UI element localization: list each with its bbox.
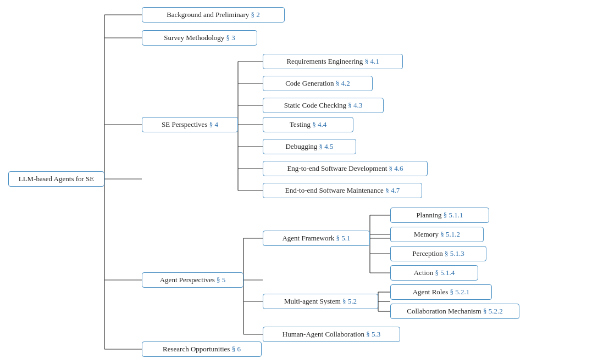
- multi-node: Multi-agent System § 5.2: [263, 294, 378, 309]
- action-node: Action § 5.1.4: [390, 265, 478, 281]
- req-node: Requirements Engineering § 4.1: [263, 54, 403, 69]
- se-node: SE Perspectives § 4: [142, 117, 238, 132]
- collab-node: Collaboration Mechanism § 5.2.2: [390, 304, 519, 319]
- human-node: Human-Agent Collaboration § 5.3: [263, 327, 400, 342]
- root-node: LLM-based Agents for SE: [8, 171, 104, 187]
- roles-node: Agent Roles § 5.2.1: [390, 284, 492, 300]
- debug-node: Debugging § 4.5: [263, 139, 356, 154]
- testing-node: Testing § 4.4: [263, 117, 353, 132]
- codegen-node: Code Generation § 4.2: [263, 76, 373, 91]
- framework-node: Agent Framework § 5.1: [263, 231, 370, 246]
- static-node: Static Code Checking § 4.3: [263, 98, 384, 113]
- agent-node: Agent Perspectives § 5: [142, 272, 243, 288]
- research-node: Research Opportunities § 6: [142, 341, 262, 357]
- e2edev-node: Eng-to-end Software Development § 4.6: [263, 161, 428, 176]
- planning-node: Planning § 5.1.1: [390, 208, 489, 223]
- bg-node: Background and Preliminary § 2: [142, 7, 285, 23]
- perception-node: Perception § 5.1.3: [390, 246, 486, 261]
- survey-node: Survey Methodology § 3: [142, 30, 257, 46]
- memory-node: Memory § 5.1.2: [390, 227, 484, 242]
- e2emaint-node: End-to-end Software Maintenance § 4.7: [263, 183, 422, 198]
- tree-diagram: LLM-based Agents for SE Background and P…: [0, 0, 609, 364]
